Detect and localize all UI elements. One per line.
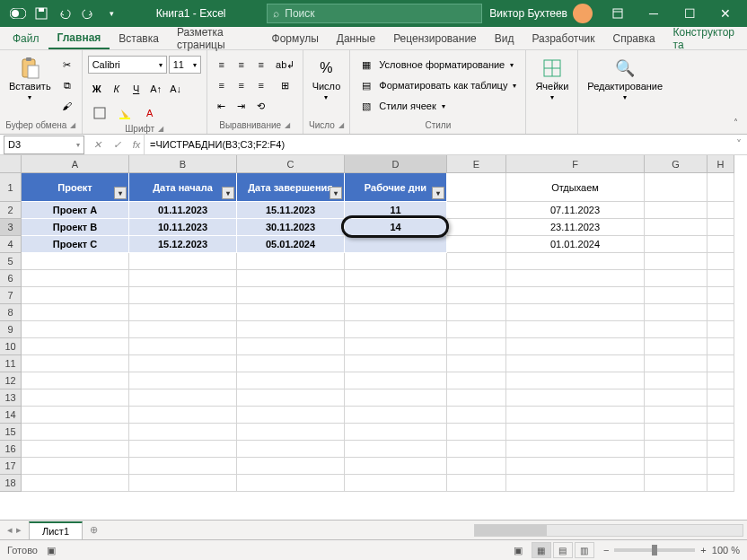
cell-D10[interactable]	[345, 338, 447, 355]
column-header-B[interactable]: B	[129, 155, 237, 173]
cell-E6[interactable]	[447, 270, 506, 287]
cell-G4[interactable]	[645, 236, 707, 253]
expand-formula-bar-button[interactable]: ˅	[731, 138, 747, 151]
cell-G2[interactable]	[645, 202, 707, 219]
cell-D17[interactable]	[345, 458, 447, 475]
select-all-corner[interactable]	[0, 155, 22, 173]
cell-G7[interactable]	[645, 287, 707, 304]
font-color-button[interactable]: A	[138, 104, 162, 122]
cell-H2[interactable]	[707, 202, 734, 219]
tab-formulas[interactable]: Формулы	[263, 29, 328, 48]
cell-H9[interactable]	[707, 321, 734, 338]
cell-B1[interactable]: Дата начала▾	[129, 173, 237, 202]
cell-H7[interactable]	[707, 287, 734, 304]
cell-E13[interactable]	[447, 389, 506, 407]
cell-B2[interactable]: 01.11.2023	[129, 202, 237, 219]
filter-button[interactable]: ▾	[114, 187, 127, 199]
row-header-17[interactable]: 17	[0, 458, 22, 475]
cell-F6[interactable]	[506, 270, 645, 287]
cell-F17[interactable]	[506, 458, 645, 475]
fill-color-button[interactable]	[113, 104, 136, 122]
cell-A3[interactable]: Проект B	[22, 219, 129, 236]
tab-file[interactable]: Файл	[4, 29, 48, 48]
cell-E16[interactable]	[447, 441, 506, 458]
cancel-formula-button[interactable]: ✕	[90, 139, 104, 151]
row-header-7[interactable]: 7	[0, 287, 22, 304]
tab-review[interactable]: Рецензирование	[384, 29, 486, 48]
increase-indent-button[interactable]: ⇥	[233, 97, 250, 115]
redo-button[interactable]	[77, 3, 99, 24]
cell-C2[interactable]: 15.11.2023	[237, 202, 345, 219]
increase-font-button[interactable]: A↑	[147, 80, 165, 98]
cell-C17[interactable]	[237, 458, 345, 475]
tab-developer[interactable]: Разработчик	[523, 29, 604, 48]
cell-B7[interactable]	[129, 287, 237, 304]
cell-B16[interactable]	[129, 441, 237, 458]
cell-F15[interactable]	[506, 424, 645, 441]
cell-H15[interactable]	[707, 424, 734, 441]
cell-D18[interactable]	[345, 475, 447, 492]
zoom-out-button[interactable]: −	[603, 545, 609, 556]
tab-help[interactable]: Справка	[604, 29, 664, 48]
cell-B17[interactable]	[129, 458, 237, 475]
cell-B3[interactable]: 10.11.2023	[129, 219, 237, 236]
align-left-button[interactable]: ≡	[213, 76, 231, 94]
cell-D7[interactable]	[345, 287, 447, 304]
sheet-tab-1[interactable]: Лист1	[29, 521, 83, 539]
row-header-5[interactable]: 5	[0, 253, 22, 270]
cell-G13[interactable]	[645, 389, 707, 407]
cell-D12[interactable]	[345, 372, 447, 389]
cell-E2[interactable]	[447, 202, 506, 219]
row-header-10[interactable]: 10	[0, 338, 22, 355]
cell-B6[interactable]	[129, 270, 237, 287]
cell-B10[interactable]	[129, 338, 237, 355]
cell-D3[interactable]: 14	[345, 219, 447, 236]
tab-home[interactable]: Главная	[48, 28, 110, 49]
cell-D5[interactable]	[345, 253, 447, 270]
hscroll-thumb[interactable]	[475, 525, 547, 536]
align-center-button[interactable]: ≡	[233, 76, 250, 94]
row-header-13[interactable]: 13	[0, 389, 22, 407]
cell-D11[interactable]	[345, 355, 447, 372]
row-header-9[interactable]: 9	[0, 321, 22, 338]
cell-A9[interactable]	[22, 321, 129, 338]
format-as-table-button[interactable]: ▤Форматировать как таблицу▾	[356, 76, 520, 94]
cell-G12[interactable]	[645, 372, 707, 389]
cell-F3[interactable]: 23.11.2023	[506, 219, 645, 236]
copy-button[interactable]: ⧉	[58, 76, 76, 94]
column-header-D[interactable]: D	[345, 155, 447, 173]
paste-button[interactable]: Вставить ▾	[5, 56, 55, 103]
cell-H1[interactable]	[707, 173, 734, 202]
wrap-text-button[interactable]: ab↲	[274, 56, 297, 74]
cell-A11[interactable]	[22, 355, 129, 372]
cell-A7[interactable]	[22, 287, 129, 304]
save-button[interactable]	[31, 3, 52, 24]
cells-button[interactable]: Ячейки ▾	[532, 56, 572, 103]
sheet-nav-prev[interactable]: ◂	[7, 524, 13, 536]
view-normal-button[interactable]: ▦	[532, 542, 551, 558]
row-header-1[interactable]: 1	[0, 173, 22, 202]
align-bottom-button[interactable]: ≡	[252, 56, 270, 74]
cell-E7[interactable]	[447, 287, 506, 304]
align-right-button[interactable]: ≡	[252, 76, 270, 94]
cell-G3[interactable]	[645, 219, 707, 236]
cell-B9[interactable]	[129, 321, 237, 338]
cell-G17[interactable]	[645, 458, 707, 475]
cell-E5[interactable]	[447, 253, 506, 270]
tab-data[interactable]: Данные	[328, 29, 384, 48]
cell-E18[interactable]	[447, 475, 506, 492]
collapse-ribbon-button[interactable]: ˄	[727, 114, 743, 130]
filter-button[interactable]: ▾	[432, 187, 444, 199]
column-header-G[interactable]: G	[645, 155, 707, 173]
cell-E1[interactable]	[447, 173, 506, 202]
cell-H12[interactable]	[707, 372, 734, 389]
qat-customize-icon[interactable]: ▾	[101, 3, 122, 24]
cell-styles-button[interactable]: ▧Стили ячеек▾	[356, 97, 448, 115]
cell-F16[interactable]	[506, 441, 645, 458]
cell-E3[interactable]	[447, 219, 506, 236]
cell-B14[interactable]	[129, 407, 237, 424]
cell-D9[interactable]	[345, 321, 447, 338]
cut-button[interactable]: ✂	[58, 56, 76, 74]
row-header-11[interactable]: 11	[0, 355, 22, 372]
row-header-15[interactable]: 15	[0, 424, 22, 441]
